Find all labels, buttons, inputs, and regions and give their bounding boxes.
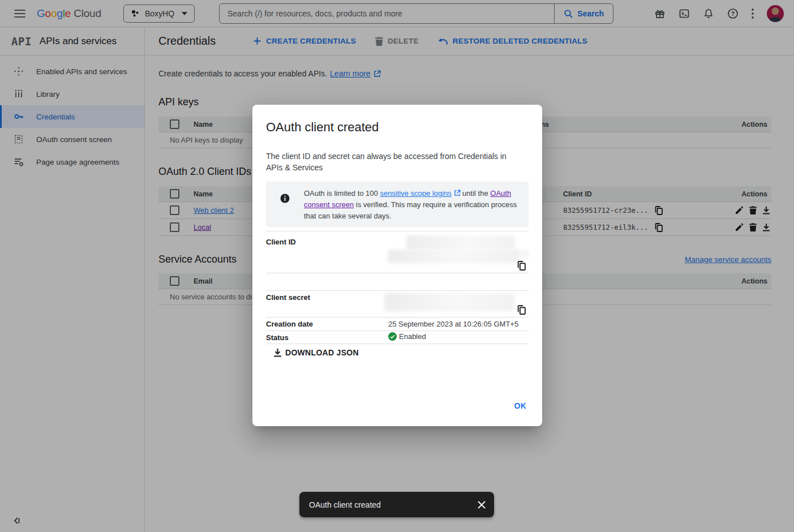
client-secret-redacted-value — [384, 293, 514, 311]
google-cloud-console: Google Cloud BoxyHQ Search — [0, 0, 794, 532]
download-icon — [273, 348, 282, 357]
info-icon — [280, 194, 290, 203]
client-id-redacted-value — [388, 250, 519, 263]
status-value: Enabled — [399, 332, 426, 341]
verification-notice: OAuth is limited to 100 sensitive scope … — [266, 182, 529, 227]
check-icon — [388, 332, 397, 341]
client-id-label: Client ID — [266, 238, 296, 246]
ok-button[interactable]: OK — [514, 401, 527, 410]
dialog-subtitle: The client ID and secret can always be a… — [266, 151, 518, 173]
toast-notification: OAuth client created — [299, 492, 494, 517]
dialog-title: OAuth client created — [266, 120, 379, 135]
creation-date-label: Creation date — [266, 320, 313, 328]
client-id-redacted-value — [406, 235, 515, 250]
notice-mid: until the — [461, 189, 491, 198]
client-id-redacted-value — [514, 250, 529, 258]
toast-message: OAuth client created — [309, 500, 478, 509]
status-label: Status — [266, 333, 289, 342]
creation-date-value: 25 September 2023 at 10:26:05 GMT+5 — [388, 320, 518, 328]
notice-pre: OAuth is limited to 100 — [304, 189, 380, 198]
notice-text: OAuth is limited to 100 sensitive scope … — [304, 188, 522, 222]
download-json-button[interactable]: DOWNLOAD JSON — [273, 348, 359, 357]
sensitive-scope-logins-link[interactable]: sensitive scope logins — [380, 189, 451, 198]
oauth-client-created-dialog: OAuth client created The client ID and s… — [252, 105, 542, 426]
copy-client-secret-icon[interactable] — [517, 305, 526, 315]
status-badge: Enabled — [388, 332, 426, 341]
external-link-icon — [454, 190, 461, 196]
download-json-label: DOWNLOAD JSON — [285, 348, 359, 357]
client-secret-label: Client secret — [266, 293, 310, 302]
copy-client-id-icon[interactable] — [517, 261, 526, 271]
close-icon[interactable] — [478, 501, 486, 509]
